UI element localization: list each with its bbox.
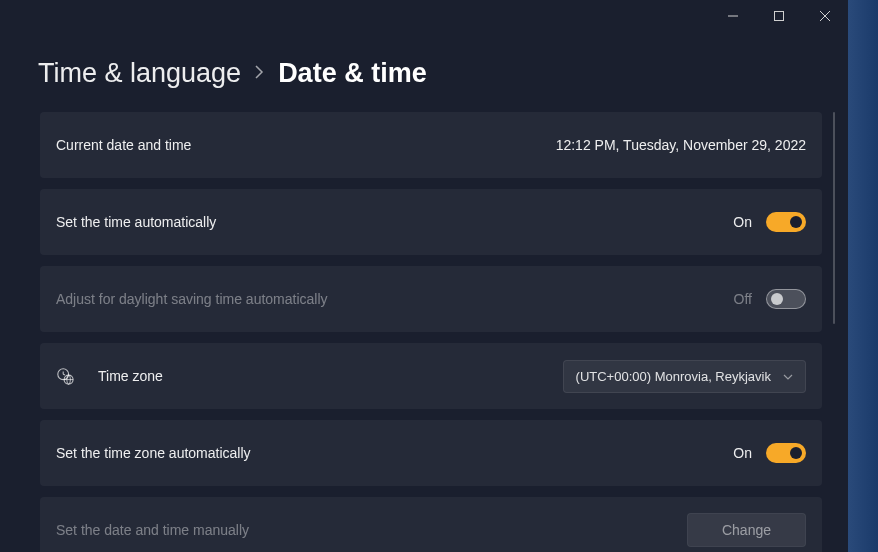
auto-timezone-row: Set the time zone automatically On (40, 420, 822, 486)
chevron-down-icon (783, 370, 793, 382)
auto-time-toggle[interactable] (766, 212, 806, 232)
dst-row: Adjust for daylight saving time automati… (40, 266, 822, 332)
svg-line-6 (63, 374, 65, 375)
settings-list: Current date and time 12:12 PM, Tuesday,… (40, 112, 822, 552)
manual-datetime-row: Set the date and time manually Change (40, 497, 822, 552)
maximize-button[interactable] (756, 0, 802, 32)
toggle-state-label: On (733, 445, 752, 461)
globe-clock-icon (56, 366, 74, 386)
current-datetime-row: Current date and time 12:12 PM, Tuesday,… (40, 112, 822, 178)
toggle-state-label: Off (734, 291, 752, 307)
breadcrumb: Time & language Date & time (38, 58, 427, 89)
breadcrumb-parent[interactable]: Time & language (38, 58, 241, 89)
row-label: Set the time automatically (56, 214, 216, 230)
row-label: Adjust for daylight saving time automati… (56, 291, 328, 307)
breadcrumb-current: Date & time (278, 58, 427, 89)
auto-timezone-toggle[interactable] (766, 443, 806, 463)
close-button[interactable] (802, 0, 848, 32)
dst-toggle (766, 289, 806, 309)
row-label: Time zone (98, 368, 163, 384)
row-label: Set the time zone automatically (56, 445, 251, 461)
svg-rect-1 (775, 12, 784, 21)
timezone-row: Time zone (UTC+00:00) Monrovia, Reykjavi… (40, 343, 822, 409)
row-label: Set the date and time manually (56, 522, 249, 538)
row-label: Current date and time (56, 137, 191, 153)
change-button: Change (687, 513, 806, 547)
auto-time-row: Set the time automatically On (40, 189, 822, 255)
timezone-dropdown[interactable]: (UTC+00:00) Monrovia, Reykjavik (563, 360, 806, 393)
chevron-right-icon (255, 65, 264, 82)
window-controls (710, 0, 848, 32)
toggle-state-label: On (733, 214, 752, 230)
minimize-button[interactable] (710, 0, 756, 32)
current-datetime-value: 12:12 PM, Tuesday, November 29, 2022 (556, 137, 806, 153)
scrollbar[interactable] (833, 112, 835, 324)
timezone-value: (UTC+00:00) Monrovia, Reykjavik (576, 369, 771, 384)
